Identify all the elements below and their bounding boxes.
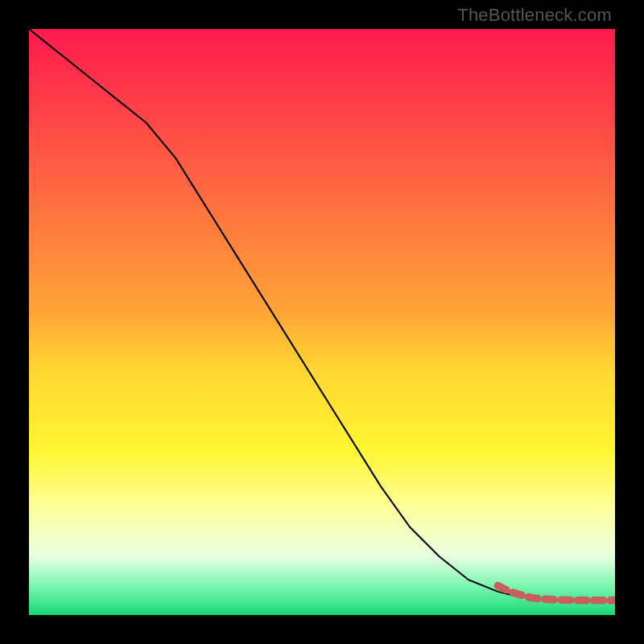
svg-rect-0	[29, 29, 615, 615]
watermark-text: TheBottleneck.com	[457, 5, 612, 26]
plot-area	[29, 29, 615, 615]
chart-frame: TheBottleneck.com	[0, 0, 644, 644]
background-gradient	[29, 29, 615, 615]
